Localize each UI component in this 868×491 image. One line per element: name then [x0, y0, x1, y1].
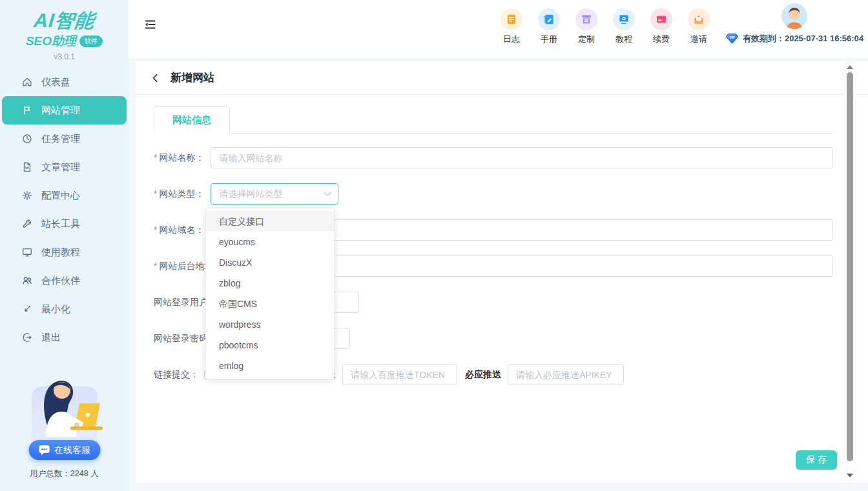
vertical-scrollbar [845, 61, 855, 483]
dropdown-option[interactable]: DiscuzX [206, 252, 334, 273]
sidebar-item-partners[interactable]: 合作伙伴 [2, 266, 127, 295]
minimize-icon [21, 303, 33, 315]
quick-link-label: 手册 [541, 34, 557, 45]
topbar: 日志手册定制教程续费邀请 VIP 有效期到：2025 [129, 0, 868, 58]
quick-link-label: 邀请 [690, 34, 707, 45]
save-button[interactable]: 保 存 [796, 450, 837, 470]
quick-link-label: 日志 [503, 34, 520, 45]
chevron-down-icon [324, 192, 331, 197]
invite-icon [688, 8, 710, 30]
article-manage-icon [21, 161, 33, 173]
tab-site-info[interactable]: 网站信息 [154, 106, 230, 134]
scrollbar-up-arrow[interactable] [847, 65, 853, 69]
sidebar-item-label: 任务管理 [41, 133, 80, 145]
dropdown-option[interactable]: wordpress [206, 314, 334, 335]
site-type-select-placeholder: 请选择网站类型 [211, 188, 324, 200]
site-type-select[interactable]: 请选择网站类型 [211, 183, 338, 205]
dropdown-option[interactable]: zblog [206, 273, 334, 294]
online-service-button[interactable]: 在线客服 [28, 440, 100, 460]
sidebar-menu: 仪表盘网站管理任务管理文章管理配置中心站长工具使用教程合作伙伴最小化退出 [0, 68, 129, 352]
sidebar-item-label: 最小化 [41, 303, 70, 316]
dropdown-option[interactable]: 自定义接口 [206, 211, 334, 232]
site-name-input[interactable] [211, 147, 833, 168]
renew-icon [650, 8, 672, 30]
task-manage-icon [21, 133, 33, 145]
quick-link-course[interactable]: 教程 [610, 8, 638, 45]
sidebar-item-label: 退出 [41, 332, 61, 344]
customer-service-widget: 在线客服 用户总数：2248 人 [0, 365, 129, 486]
logo-badge: 软件 [79, 35, 103, 47]
online-service-label: 在线客服 [54, 445, 90, 456]
dropdown-option[interactable]: 帝国CMS [206, 294, 334, 314]
sidebar-item-article-management[interactable]: 文章管理 [2, 153, 127, 181]
quick-link-invite[interactable]: 邀请 [685, 8, 713, 45]
sidebar-collapse-button[interactable] [143, 17, 157, 32]
sidebar-item-webmaster-tools[interactable]: 站长工具 [2, 210, 127, 238]
manual-icon [538, 8, 560, 30]
partners-icon [21, 275, 33, 286]
users-total: 用户总数：2248 人 [0, 468, 129, 479]
sidebar-item-label: 仪表盘 [41, 76, 70, 88]
back-button[interactable] [150, 72, 161, 84]
scrollbar-down-arrow[interactable] [847, 474, 853, 477]
sidebar-item-config-center[interactable]: 配置中心 [2, 181, 127, 210]
bing-push-label: 必应推送 [465, 369, 501, 381]
dropdown-option[interactable]: eyoucms [206, 232, 334, 252]
monitor-icon [21, 246, 33, 258]
app-version: v3.0.1 [0, 52, 129, 61]
sidebar-item-task-management[interactable]: 任务管理 [2, 125, 127, 153]
form-row-site-type: *网站类型： 请选择网站类型 [154, 183, 833, 205]
config-center-icon [21, 190, 33, 201]
vip-badge-icon: VIP [725, 33, 739, 45]
sidebar-item-logout[interactable]: 退出 [2, 323, 127, 352]
sidebar: AI智能 SEO助理 软件 v3.0.1 仪表盘网站管理任务管理文章管理配置中心… [0, 0, 129, 491]
chat-bubble-icon [38, 445, 50, 456]
baidu-token-input[interactable] [342, 364, 457, 385]
quick-link-label: 定制 [578, 34, 595, 45]
vip-expiry-text: 有效期到：2025-07-31 16:56:04 [743, 33, 863, 45]
user-box: VIP 有效期到：2025-07-31 16:56:04 [725, 3, 864, 45]
svg-text:VIP: VIP [729, 35, 735, 39]
sidebar-item-label: 使用教程 [41, 246, 80, 259]
quick-link-custom[interactable]: 定制 [572, 8, 601, 45]
form-row-site-name: *网站名称： [154, 147, 833, 168]
sidebar-item-label: 网站管理 [41, 105, 80, 117]
quick-link-renew[interactable]: 续费 [647, 8, 676, 45]
site-type-dropdown: 自定义接口eyoucmsDiscuzXzblog帝国CMSwordpresspb… [205, 208, 335, 379]
log-icon [501, 8, 522, 30]
page-header: 新增网站 [136, 61, 868, 95]
sidebar-item-label: 合作伙伴 [41, 275, 80, 287]
link-submit-label: 链接提交： [154, 364, 199, 385]
logout-icon [21, 332, 33, 343]
course-icon [613, 8, 635, 30]
chevron-left-icon [150, 72, 161, 84]
dropdown-option[interactable]: emlog [206, 356, 334, 376]
app-logo: AI智能 SEO助理 软件 [0, 0, 129, 50]
logo-line1: AI智能 [0, 8, 130, 34]
sidebar-item-dashboard[interactable]: 仪表盘 [2, 68, 127, 96]
site-type-label: *网站类型： [154, 183, 204, 205]
quick-link-manual[interactable]: 手册 [535, 8, 563, 45]
quick-links: 日志手册定制教程续费邀请 [497, 8, 713, 45]
sidebar-item-label: 文章管理 [41, 161, 80, 174]
sidebar-item-minimize[interactable]: 最小化 [2, 295, 127, 323]
logo-line2: SEO助理 [26, 33, 76, 50]
dropdown-option[interactable]: pbootcms [206, 335, 334, 356]
sidebar-item-usage-tutorial[interactable]: 使用教程 [2, 238, 127, 266]
site-manage-icon [21, 105, 33, 116]
sidebar-item-site-management[interactable]: 网站管理 [2, 96, 127, 125]
sidebar-item-label: 配置中心 [41, 190, 80, 202]
webmaster-tools-icon [21, 218, 33, 230]
custom-icon [575, 8, 597, 30]
dashboard-icon [21, 76, 33, 88]
sidebar-item-label: 站长工具 [41, 218, 80, 230]
quick-link-label: 教程 [615, 34, 632, 45]
avatar[interactable] [781, 3, 807, 29]
quick-link-logs[interactable]: 日志 [497, 8, 526, 45]
tabs-bar: 网站信息 [154, 106, 833, 134]
site-domain-label: *网站域名： [154, 219, 204, 241]
scrollbar-thumb[interactable] [847, 72, 853, 461]
bing-apikey-input[interactable] [508, 364, 624, 385]
quick-link-label: 续费 [653, 34, 670, 45]
menu-fold-icon [143, 17, 157, 32]
